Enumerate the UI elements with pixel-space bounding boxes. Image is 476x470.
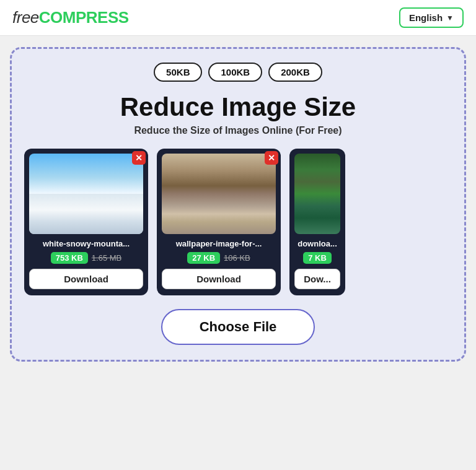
close-card-1-button[interactable]: ✕	[132, 151, 146, 165]
card-1-filename: white-snowy-mounta...	[29, 239, 143, 248]
logo-compress-text: COMPRESS	[39, 8, 129, 27]
card-2-size-new: 27 KB	[187, 252, 220, 264]
card-1-image	[29, 154, 143, 234]
size-chip-100kb[interactable]: 100KB	[208, 63, 262, 82]
image-card-1: ✕ white-snowy-mounta... 753 KB 1.65 MB D…	[24, 149, 148, 295]
size-chip-50kb[interactable]: 50KB	[154, 63, 202, 82]
card-3-image	[294, 154, 340, 234]
close-card-2-button[interactable]: ✕	[265, 151, 278, 165]
logo-free-text: free	[12, 8, 39, 27]
download-card-2-button[interactable]: Download	[162, 269, 276, 289]
size-chip-200kb[interactable]: 200KB	[268, 63, 322, 82]
card-2-image	[162, 154, 276, 234]
card-1-sizes: 753 KB 1.65 MB	[51, 252, 122, 264]
chevron-down-icon: ▼	[446, 14, 454, 22]
card-3-sizes: 7 KB	[303, 252, 332, 264]
card-2-size-old: 106 KB	[224, 253, 250, 263]
choose-file-button[interactable]: Choose File	[161, 309, 315, 345]
image-card-2: ✕ wallpaper-image-for-... 27 KB 106 KB D…	[157, 149, 281, 295]
page-title: Reduce Image Size	[120, 93, 356, 121]
card-3-size-new: 7 KB	[303, 252, 332, 264]
image-cards-row: ✕ white-snowy-mounta... 753 KB 1.65 MB D…	[24, 149, 452, 295]
main-content: 50KB 100KB 200KB Reduce Image Size Reduc…	[0, 36, 476, 372]
language-dropdown-button[interactable]: English ▼	[399, 7, 464, 28]
image-card-3: downloa... 7 KB Dow...	[289, 149, 345, 295]
download-card-1-button[interactable]: Download	[29, 269, 143, 289]
card-1-size-new: 753 KB	[51, 252, 88, 264]
card-2-sizes: 27 KB 106 KB	[187, 252, 250, 264]
size-chips-row: 50KB 100KB 200KB	[154, 63, 322, 82]
card-1-size-old: 1.65 MB	[92, 253, 121, 263]
card-2-filename: wallpaper-image-for-...	[162, 239, 276, 248]
download-card-3-button[interactable]: Dow...	[294, 269, 340, 289]
logo: freeCOMPRESS	[12, 8, 129, 27]
header: freeCOMPRESS English ▼	[0, 0, 476, 36]
compress-box: 50KB 100KB 200KB Reduce Image Size Reduc…	[10, 47, 466, 362]
language-label: English	[409, 12, 443, 23]
page-subtitle: Reduce the Size of Images Online (For Fr…	[134, 125, 342, 136]
card-3-filename: downloa...	[294, 239, 340, 248]
